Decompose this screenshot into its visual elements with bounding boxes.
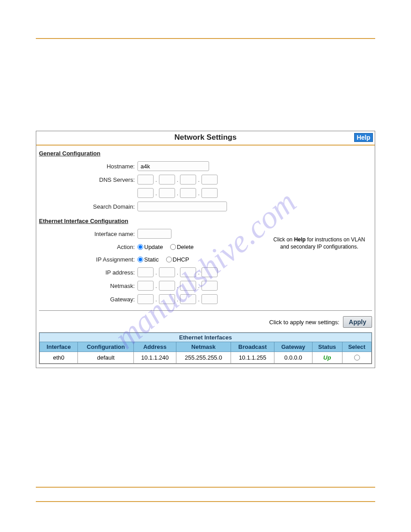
hostname-label: Hostname:	[39, 163, 137, 170]
cell-netmask: 255.255.255.0	[176, 352, 231, 364]
gateway-oct3[interactable]	[180, 294, 196, 304]
section-ethernet-configuration: Ethernet Interface Configuration	[36, 213, 375, 227]
col-broadcast: Broadcast	[231, 342, 274, 352]
cell-interface: eth0	[40, 352, 78, 364]
action-delete-text: Delete	[177, 244, 194, 250]
col-interface: Interface	[40, 342, 78, 352]
help-button[interactable]: Help	[354, 133, 373, 142]
panel-title: Network Settings	[175, 133, 237, 142]
ip-assign-static-text: Static	[144, 256, 159, 263]
search-domain-input[interactable]	[137, 202, 227, 211]
panel-header: Network Settings Help	[36, 131, 375, 146]
interface-name-input[interactable]	[137, 229, 171, 239]
cell-configuration: default	[78, 352, 134, 364]
ip-assign-static-radio[interactable]	[137, 257, 143, 262]
apply-button[interactable]: Apply	[343, 316, 372, 328]
dns1-oct1[interactable]	[137, 175, 154, 184]
col-select: Select	[342, 342, 371, 352]
col-configuration: Configuration	[78, 342, 134, 352]
gateway-label: Gateway:	[39, 296, 137, 303]
dns1-oct3[interactable]	[180, 175, 196, 184]
ip-assign-static-option[interactable]: Static	[137, 256, 159, 263]
ip-assign-dhcp-radio[interactable]	[166, 257, 172, 262]
action-label: Action:	[39, 244, 137, 250]
cell-address: 10.1.1.240	[134, 352, 176, 364]
section-general-configuration: General Configuration	[36, 146, 375, 159]
bottom-page-rule-1	[36, 487, 375, 488]
vlan-help-note: Click on Help for instructions on VLAN a…	[265, 236, 373, 250]
ip-address-label: IP address:	[39, 269, 137, 276]
ip-assign-dhcp-text: DHCP	[173, 256, 189, 263]
col-netmask: Netmask	[176, 342, 231, 352]
dns2-oct2[interactable]	[159, 188, 175, 198]
row-select-radio[interactable]	[354, 355, 360, 360]
gateway-oct1[interactable]	[137, 294, 154, 304]
gateway-oct2[interactable]	[159, 294, 175, 304]
ethernet-interfaces-table: Ethernet Interfaces Interface Configurat…	[39, 332, 372, 364]
interface-name-label: Interface name:	[39, 231, 137, 237]
netmask-oct4[interactable]	[201, 281, 218, 291]
dns2-oct1[interactable]	[137, 188, 154, 198]
action-delete-option[interactable]: Delete	[170, 244, 194, 250]
table-title: Ethernet Interfaces	[39, 333, 372, 342]
dns-servers-label: DNS Servers:	[39, 176, 137, 183]
ipaddr-oct4[interactable]	[201, 267, 218, 277]
ipaddr-oct1[interactable]	[137, 267, 154, 277]
ipaddr-oct3[interactable]	[180, 267, 196, 277]
top-page-rule	[36, 38, 375, 39]
ipaddr-oct2[interactable]	[159, 267, 175, 277]
dns1-oct2[interactable]	[159, 175, 175, 184]
cell-gateway: 0.0.0.0	[274, 352, 312, 364]
action-delete-radio[interactable]	[170, 244, 176, 250]
bottom-page-rule-2	[36, 501, 375, 502]
dns1-oct4[interactable]	[201, 175, 218, 184]
hostname-input[interactable]	[137, 161, 209, 171]
cell-status: Up	[312, 352, 342, 364]
netmask-label: Netmask:	[39, 283, 137, 289]
dns2-oct3[interactable]	[180, 188, 196, 198]
col-address: Address	[134, 342, 176, 352]
action-update-option[interactable]: Update	[137, 244, 163, 250]
cell-select	[342, 352, 371, 364]
action-update-text: Update	[144, 244, 163, 250]
netmask-oct2[interactable]	[159, 281, 175, 291]
table-row: eth0 default 10.1.1.240 255.255.255.0 10…	[40, 352, 372, 364]
ip-assignment-label: IP Assignment:	[39, 256, 137, 263]
network-settings-panel: Network Settings Help General Configurat…	[36, 131, 375, 368]
col-status: Status	[312, 342, 342, 352]
netmask-oct3[interactable]	[180, 281, 196, 291]
ip-assign-dhcp-option[interactable]: DHCP	[166, 256, 189, 263]
apply-prompt: Click to apply new settings:	[269, 319, 339, 326]
action-update-radio[interactable]	[137, 244, 143, 250]
col-gateway: Gateway	[274, 342, 312, 352]
form-divider	[39, 310, 372, 311]
cell-broadcast: 10.1.1.255	[231, 352, 274, 364]
search-domain-label: Search Domain:	[39, 203, 137, 210]
gateway-oct4[interactable]	[201, 294, 218, 304]
netmask-oct1[interactable]	[137, 281, 154, 291]
dns2-oct4[interactable]	[201, 188, 218, 198]
